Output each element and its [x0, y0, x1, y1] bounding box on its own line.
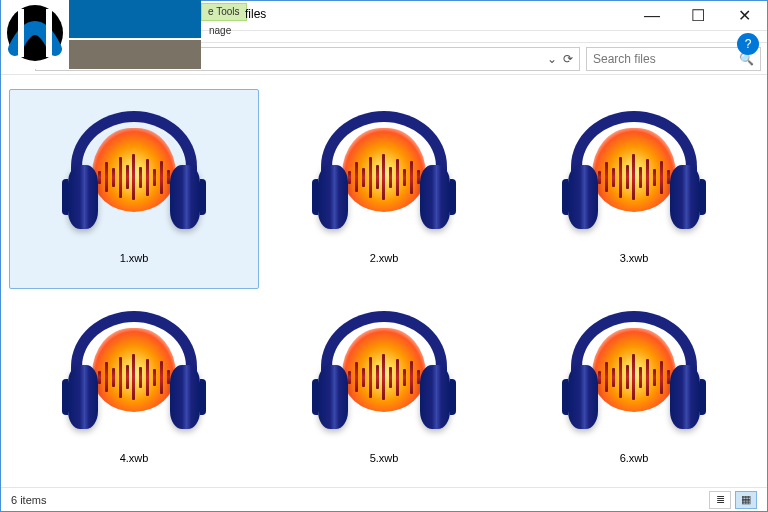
file-item[interactable]: 1.xwb [9, 89, 259, 289]
audacity-file-icon [59, 303, 209, 443]
audacity-file-icon [59, 103, 209, 243]
view-details-button[interactable]: ≣ [709, 491, 731, 509]
audacity-file-icon [309, 303, 459, 443]
maximize-icon: ☐ [691, 6, 705, 25]
minimize-icon: — [644, 7, 660, 25]
branding-overlay [1, 0, 201, 69]
audacity-file-icon [309, 103, 459, 243]
svg-rect-2 [46, 9, 52, 57]
window-title: files [245, 7, 266, 21]
file-grid[interactable]: 1.xwb 2.xwb 3.xwb 4.xwb 5.xwb 6.xwb [1, 75, 767, 487]
file-item[interactable]: 5.xwb [259, 289, 509, 487]
close-icon: ✕ [738, 6, 751, 25]
svg-rect-1 [18, 9, 24, 57]
file-name: 4.xwb [120, 452, 149, 464]
file-item[interactable]: 3.xwb [509, 89, 759, 289]
file-item[interactable]: 4.xwb [9, 289, 259, 487]
help-icon: ? [745, 37, 752, 51]
file-item[interactable]: 2.xwb [259, 89, 509, 289]
large-icons-view-icon: ▦ [741, 493, 751, 506]
ribbon-tab-fragment[interactable]: nage [201, 23, 239, 38]
minimize-button[interactable]: — [629, 1, 675, 30]
maximize-button[interactable]: ☐ [675, 1, 721, 30]
file-name: 5.xwb [370, 452, 399, 464]
item-count: 6 items [11, 494, 46, 506]
details-view-icon: ≣ [716, 493, 725, 506]
audacity-file-icon [559, 303, 709, 443]
file-name: 1.xwb [120, 252, 149, 264]
file-name: 6.xwb [620, 452, 649, 464]
breadcrumb-dropdown-icon[interactable]: ⌄ [547, 52, 557, 66]
audacity-file-icon [559, 103, 709, 243]
search-placeholder: Search files [593, 52, 656, 66]
status-bar: 6 items ≣ ▦ [1, 487, 767, 511]
search-input[interactable]: Search files 🔍 [586, 47, 761, 71]
file-name: 3.xwb [620, 252, 649, 264]
refresh-icon[interactable]: ⟳ [563, 52, 573, 66]
close-button[interactable]: ✕ [721, 1, 767, 30]
file-name: 2.xwb [370, 252, 399, 264]
help-button[interactable]: ? [737, 33, 759, 55]
file-item[interactable]: 6.xwb [509, 289, 759, 487]
view-large-icons-button[interactable]: ▦ [735, 491, 757, 509]
contextual-tab-tools[interactable]: e Tools [201, 3, 247, 21]
brand-logo-icon [1, 0, 69, 67]
explorer-window: — ☐ ✕ e Tools nage files ? ↑ (C:) › file… [0, 0, 768, 512]
